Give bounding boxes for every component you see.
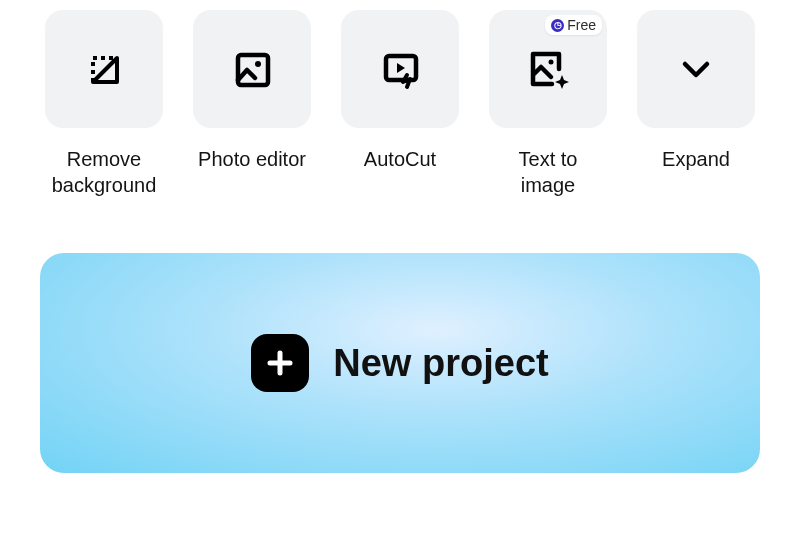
tool-tile-autocut[interactable] [341, 10, 459, 128]
tool-label: Remove background [45, 146, 163, 198]
tool-label: Text to image [489, 146, 607, 198]
tool-tile-expand[interactable] [637, 10, 755, 128]
svg-rect-0 [238, 55, 268, 85]
svg-point-3 [549, 60, 554, 65]
chevron-down-icon [678, 51, 714, 87]
photo-editor-icon [229, 46, 275, 92]
remove-background-icon [81, 46, 127, 92]
autocut-icon [377, 46, 423, 92]
tool-tile-remove-background[interactable] [45, 10, 163, 128]
tool-text-to-image: ◷ Free Text to image [489, 10, 607, 198]
tool-expand: Expand [637, 10, 755, 198]
tool-autocut: AutoCut [341, 10, 459, 198]
text-to-image-icon [524, 45, 572, 93]
badge-text: Free [567, 17, 596, 33]
plus-icon [251, 334, 309, 392]
tool-label: Expand [662, 146, 730, 172]
tool-tile-text-to-image[interactable]: ◷ Free [489, 10, 607, 128]
new-project-label: New project [333, 342, 548, 385]
new-project-button[interactable]: New project [40, 253, 760, 473]
tool-label: AutoCut [364, 146, 436, 172]
free-badge: ◷ Free [545, 15, 602, 35]
svg-point-1 [255, 61, 261, 67]
tool-label: Photo editor [198, 146, 306, 172]
toolbar: Remove background Photo editor [40, 10, 760, 198]
clock-icon: ◷ [551, 19, 564, 32]
tool-photo-editor: Photo editor [193, 10, 311, 198]
tool-remove-background: Remove background [45, 10, 163, 198]
tool-tile-photo-editor[interactable] [193, 10, 311, 128]
